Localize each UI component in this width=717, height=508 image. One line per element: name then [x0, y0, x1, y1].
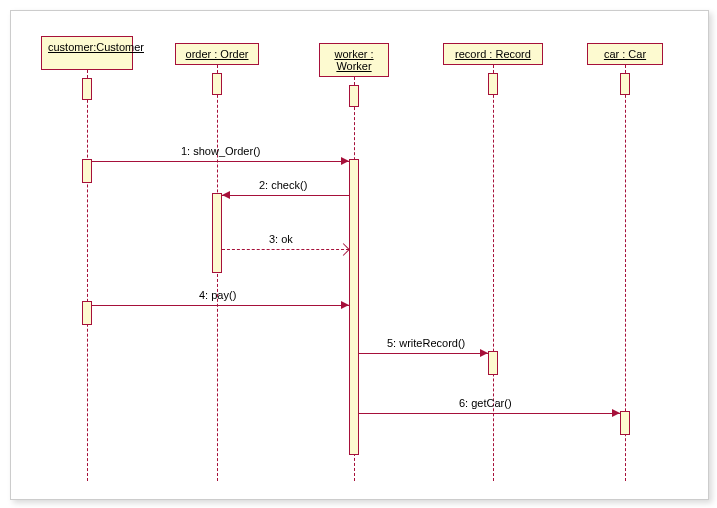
msg1-arrow — [341, 157, 349, 165]
msg3-arrow — [337, 243, 350, 256]
activation-customer-m1 — [82, 159, 92, 183]
lifeline-record-label: record : Record — [455, 48, 531, 60]
msg1-label: 1: show_Order() — [181, 145, 260, 157]
lifeline-car-label: car : Car — [604, 48, 646, 60]
lifeline-dash-order — [217, 65, 218, 481]
activation-car-m6 — [620, 411, 630, 435]
msg5-label: 5: writeRecord() — [387, 337, 465, 349]
activation-record-m5 — [488, 351, 498, 375]
msg2-arrow — [222, 191, 230, 199]
msg4-label: 4: pay() — [199, 289, 236, 301]
lifeline-order-label: order : Order — [186, 48, 249, 60]
msg2-label: 2: check() — [259, 179, 307, 191]
lifeline-customer: customer:Customer — [41, 36, 133, 70]
lifeline-car: car : Car — [587, 43, 663, 65]
msg1-line — [92, 161, 349, 162]
lifeline-record: record : Record — [443, 43, 543, 65]
activation-record-top — [488, 73, 498, 95]
lifeline-worker: worker : Worker — [319, 43, 389, 77]
activation-worker-main — [349, 159, 359, 455]
lifeline-order: order : Order — [175, 43, 259, 65]
activation-order-m2m3 — [212, 193, 222, 273]
lifeline-worker-label: worker : Worker — [326, 48, 382, 72]
msg3-line — [222, 249, 349, 250]
activation-worker-top — [349, 85, 359, 107]
msg6-arrow — [612, 409, 620, 417]
msg6-line — [359, 413, 620, 414]
lifeline-customer-label: customer:Customer — [48, 41, 144, 53]
activation-car-top — [620, 73, 630, 95]
msg4-arrow — [341, 301, 349, 309]
activation-customer-m4 — [82, 301, 92, 325]
msg3-label: 3: ok — [269, 233, 293, 245]
activation-customer-top — [82, 78, 92, 100]
sequence-diagram: customer:Customer order : Order worker :… — [10, 10, 709, 500]
activation-order-top — [212, 73, 222, 95]
msg5-line — [359, 353, 488, 354]
msg4-line — [92, 305, 349, 306]
msg5-arrow — [480, 349, 488, 357]
lifeline-dash-record — [493, 65, 494, 481]
msg6-label: 6: getCar() — [459, 397, 512, 409]
lifeline-dash-customer — [87, 70, 88, 481]
msg2-line — [222, 195, 349, 196]
